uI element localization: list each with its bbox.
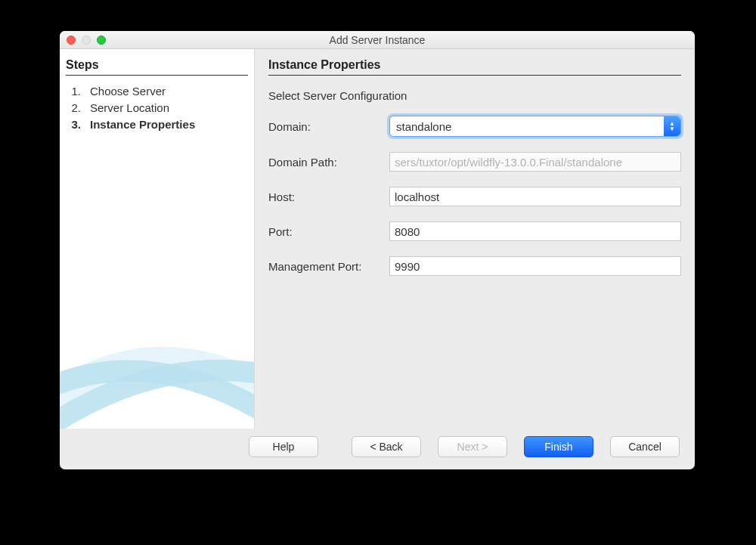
step-number: 2. [69, 100, 81, 116]
titlebar: Add Server Instance [60, 31, 695, 49]
next-button: Next > [438, 436, 507, 457]
port-field[interactable] [389, 221, 681, 241]
step-item-current: 3. Instance Properties [69, 116, 248, 133]
decorative-swoosh [60, 255, 255, 429]
domain-path-label: Domain Path: [268, 156, 389, 169]
step-item: 1. Choose Server [69, 83, 248, 100]
steps-pane: Steps 1. Choose Server 2. Server Locatio… [60, 49, 255, 429]
minimize-icon [82, 36, 91, 45]
host-field[interactable] [389, 187, 681, 206]
form-description: Select Server Configuration [268, 89, 681, 102]
step-label: Choose Server [90, 83, 166, 100]
domain-select-value: standalone [396, 120, 451, 133]
step-label: Server Location [90, 100, 169, 116]
steps-heading: Steps [66, 58, 248, 76]
mgmt-port-field[interactable] [389, 256, 681, 276]
zoom-icon[interactable] [97, 36, 106, 45]
step-number: 1. [69, 83, 81, 100]
window-title: Add Server Instance [60, 34, 695, 46]
cancel-button[interactable]: Cancel [610, 436, 680, 457]
help-button[interactable]: Help [249, 436, 318, 457]
domain-label: Domain: [268, 120, 389, 133]
form-grid: Domain: standalone ▲▼ Domain Path: Host:… [268, 116, 681, 276]
traffic-lights [60, 36, 106, 45]
dialog-window: Add Server Instance Steps 1. Choose Serv… [60, 31, 695, 469]
domain-select[interactable]: standalone ▲▼ [389, 116, 681, 137]
step-label: Instance Properties [90, 116, 195, 133]
finish-button[interactable]: Finish [524, 436, 593, 457]
back-button[interactable]: < Back [352, 436, 421, 457]
domain-path-field [389, 152, 681, 172]
step-item: 2. Server Location [69, 100, 248, 116]
mgmt-port-label: Management Port: [268, 260, 389, 273]
step-number: 3. [69, 116, 81, 133]
chevron-up-down-icon: ▲▼ [664, 116, 680, 136]
form-pane: Instance Properties Select Server Config… [255, 49, 695, 429]
steps-list: 1. Choose Server 2. Server Location 3. I… [66, 83, 248, 132]
host-label: Host: [268, 190, 389, 203]
close-icon[interactable] [67, 36, 76, 45]
form-heading: Instance Properties [268, 58, 681, 76]
port-label: Port: [268, 225, 389, 238]
footer: Help < Back Next > Finish Cancel [60, 429, 695, 469]
